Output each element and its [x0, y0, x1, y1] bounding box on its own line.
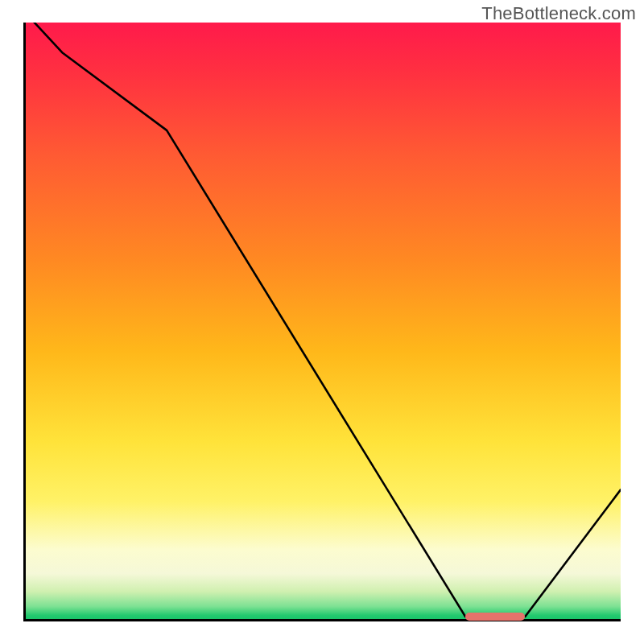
bottleneck-curve	[23, 23, 621, 621]
optimal-range-marker	[465, 613, 525, 621]
watermark-text: TheBottleneck.com	[481, 3, 636, 24]
chart-container: TheBottleneck.com	[0, 0, 644, 644]
plot-area	[23, 23, 621, 621]
